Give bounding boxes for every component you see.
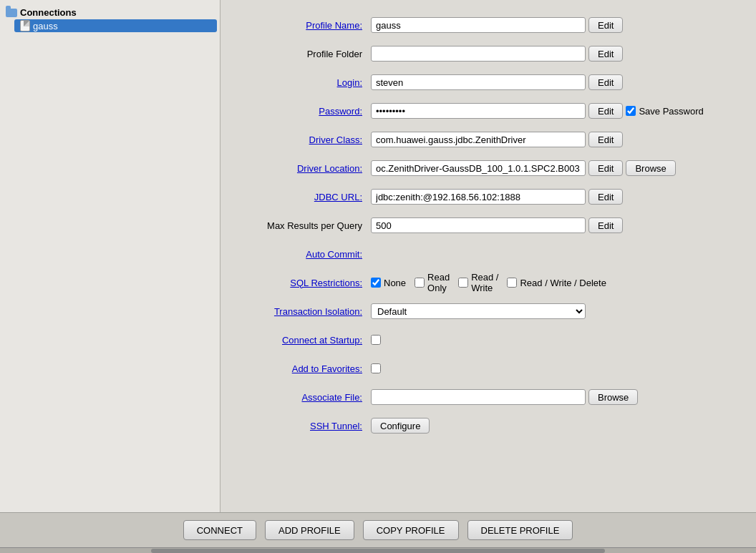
configure-button[interactable]: Configure (371, 418, 430, 434)
driver-location-row: Driver Location: Edit Browse (242, 157, 735, 179)
sql-none-checkbox[interactable] (371, 278, 381, 288)
sql-restrictions-options: None ReadOnly Read /Write Read / Write /… (371, 272, 606, 293)
profile-name-edit-button[interactable]: Edit (588, 17, 623, 33)
connect-at-startup-label[interactable]: Connect at Startup: (242, 335, 371, 346)
transaction-isolation-label[interactable]: Transaction Isolation: (242, 306, 371, 317)
scrollbar-thumb[interactable] (151, 549, 605, 553)
driver-class-label[interactable]: Driver Class: (242, 134, 371, 145)
transaction-isolation-select[interactable]: Default Read Uncommitted Read Committed … (371, 303, 586, 319)
connect-button[interactable]: CONNECT (183, 520, 256, 540)
profile-folder-edit-button[interactable]: Edit (588, 46, 623, 62)
save-password-checkbox[interactable] (626, 106, 636, 116)
jdbc-url-label[interactable]: JDBC URL: (242, 192, 371, 202)
jdbc-url-input[interactable] (371, 189, 586, 205)
login-input[interactable] (371, 74, 586, 90)
associate-file-label[interactable]: Associate File: (242, 392, 371, 403)
bottom-bar: CONNECT ADD PROFILE COPY PROFILE DELETE … (0, 512, 756, 547)
sql-read-write-delete-label: Read / Write / Delete (520, 278, 606, 288)
main-container: Connections gauss Profile Name: Edit Pro… (0, 0, 756, 512)
sql-none-option: None (371, 278, 406, 288)
ssh-tunnel-row: SSH Tunnel: Configure (242, 415, 735, 436)
max-results-edit-button[interactable]: Edit (588, 217, 623, 233)
save-password-label: Save Password (639, 106, 703, 117)
sql-read-only-checkbox[interactable] (415, 278, 425, 288)
gauss-file-icon (20, 20, 30, 31)
sql-none-label: None (384, 278, 406, 288)
profile-name-input[interactable] (371, 17, 586, 33)
sidebar: Connections gauss (0, 0, 220, 512)
ssh-tunnel-label[interactable]: SSH Tunnel: (242, 421, 371, 431)
add-profile-button[interactable]: ADD PROFILE (265, 520, 354, 540)
password-label[interactable]: Password: (242, 106, 371, 117)
login-label[interactable]: Login: (242, 77, 371, 88)
profile-name-row: Profile Name: Edit (242, 14, 735, 36)
scrollbar-area (0, 547, 756, 553)
content-area: Profile Name: Edit Profile Folder Edit L… (220, 0, 756, 512)
sidebar-item-gauss[interactable]: gauss (14, 19, 217, 32)
driver-class-input[interactable] (371, 132, 586, 147)
max-results-row: Max Results per Query Edit (242, 215, 735, 236)
jdbc-url-edit-button[interactable]: Edit (588, 189, 623, 205)
driver-location-browse-button[interactable]: Browse (626, 160, 675, 176)
login-row: Login: Edit (242, 72, 735, 93)
sidebar-root-label: Connections (20, 7, 77, 18)
sql-read-only-option: ReadOnly (415, 272, 450, 293)
password-edit-button[interactable]: Edit (588, 103, 623, 119)
sql-read-write-delete-option: Read / Write / Delete (507, 278, 606, 288)
max-results-label: Max Results per Query (242, 220, 371, 231)
save-password-area: Save Password (626, 106, 703, 117)
delete-profile-button[interactable]: DELETE PROFILE (467, 520, 573, 540)
sidebar-item-label: gauss (33, 21, 58, 31)
driver-location-input[interactable] (371, 160, 586, 176)
auto-commit-label[interactable]: Auto Commit: (242, 249, 371, 260)
driver-class-edit-button[interactable]: Edit (588, 132, 623, 147)
connections-folder-icon (6, 9, 17, 17)
add-to-favorites-label[interactable]: Add to Favorites: (242, 363, 371, 374)
profile-folder-row: Profile Folder Edit (242, 43, 735, 64)
copy-profile-button[interactable]: COPY PROFILE (363, 520, 459, 540)
sql-read-write-delete-checkbox[interactable] (507, 278, 517, 288)
sql-read-write-checkbox[interactable] (458, 278, 468, 288)
profile-folder-input[interactable] (371, 46, 586, 62)
associate-file-row: Associate File: Browse (242, 386, 735, 408)
password-input[interactable] (371, 103, 586, 119)
sql-read-write-label: Read /Write (471, 272, 498, 293)
add-to-favorites-checkbox[interactable] (371, 363, 381, 373)
profile-folder-label: Profile Folder (242, 49, 371, 59)
max-results-input[interactable] (371, 217, 586, 233)
sql-read-only-label: ReadOnly (427, 272, 450, 293)
auto-commit-row: Auto Commit: (242, 243, 735, 265)
connect-at-startup-checkbox[interactable] (371, 335, 381, 345)
password-row: Password: Edit Save Password (242, 100, 735, 122)
sidebar-header: Connections (3, 6, 217, 19)
jdbc-url-row: JDBC URL: Edit (242, 186, 735, 207)
sql-restrictions-label[interactable]: SQL Restrictions: (242, 278, 371, 288)
transaction-isolation-row: Transaction Isolation: Default Read Unco… (242, 300, 735, 322)
driver-location-label[interactable]: Driver Location: (242, 163, 371, 174)
associate-file-browse-button[interactable]: Browse (588, 389, 638, 405)
sql-restrictions-row: SQL Restrictions: None ReadOnly Read /Wr… (242, 272, 735, 293)
add-to-favorites-row: Add to Favorites: (242, 358, 735, 379)
driver-location-edit-button[interactable]: Edit (588, 160, 623, 176)
connect-at-startup-row: Connect at Startup: (242, 329, 735, 351)
login-edit-button[interactable]: Edit (588, 74, 623, 90)
associate-file-input[interactable] (371, 389, 586, 405)
profile-name-label[interactable]: Profile Name: (242, 20, 371, 31)
sql-read-write-option: Read /Write (458, 272, 498, 293)
driver-class-row: Driver Class: Edit (242, 129, 735, 150)
